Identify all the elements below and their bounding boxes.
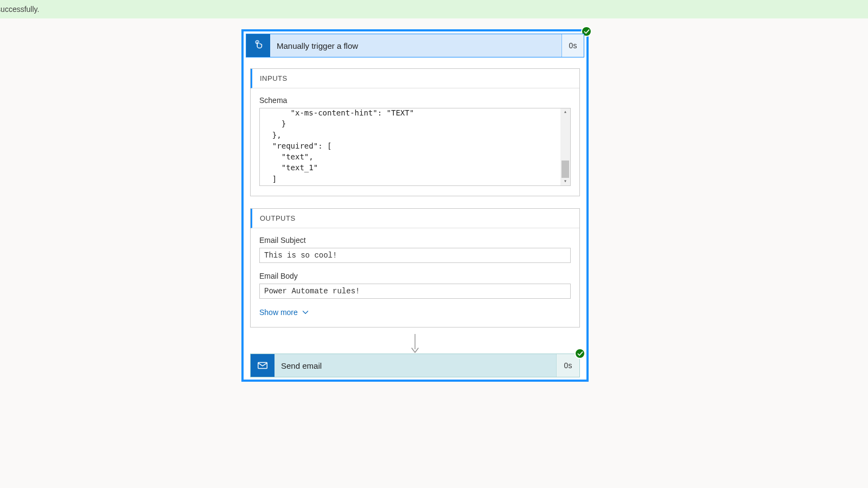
- schema-textarea[interactable]: "x-ms-content-hint": "TEXT" } }, "requir…: [259, 108, 571, 186]
- status-check-icon: [575, 348, 585, 359]
- inputs-panel: INPUTS Schema "x-ms-content-hint": "TEXT…: [250, 68, 580, 196]
- trigger-header[interactable]: Manually trigger a flow 0s: [246, 34, 584, 57]
- output-label-0: Email Subject: [259, 236, 571, 245]
- touch-icon: [246, 34, 270, 57]
- output-label-1: Email Body: [259, 272, 571, 280]
- send-email-header[interactable]: Send email 0s: [250, 354, 580, 377]
- banner-text: ran successfully.: [0, 5, 39, 14]
- scroll-down-icon[interactable]: ▾: [564, 179, 567, 184]
- scroll-thumb[interactable]: [561, 160, 569, 178]
- outputs-panel: OUTPUTS Email Subject This is so cool! E…: [250, 208, 580, 328]
- flow-connector: [246, 333, 584, 354]
- output-value-0[interactable]: This is so cool!: [259, 248, 571, 263]
- trigger-step-selected[interactable]: Manually trigger a flow 0s INPUTS Schema…: [241, 29, 589, 382]
- svg-rect-2: [258, 363, 267, 369]
- inputs-heading: INPUTS: [251, 69, 579, 88]
- scroll-up-icon[interactable]: ▴: [564, 110, 567, 115]
- trigger-title: Manually trigger a flow: [270, 34, 562, 57]
- output-value-1[interactable]: Power Automate rules!: [259, 284, 571, 299]
- show-more-label: Show more: [259, 308, 298, 317]
- outputs-heading: OUTPUTS: [251, 209, 579, 228]
- schema-label: Schema: [259, 96, 571, 105]
- show-more-button[interactable]: Show more: [259, 308, 309, 317]
- run-success-banner: ran successfully.: [0, 0, 868, 18]
- trigger-duration: 0s: [562, 34, 584, 57]
- send-email-step[interactable]: Send email 0s: [250, 354, 580, 377]
- send-email-title: Send email: [275, 354, 557, 377]
- chevron-down-icon: [302, 309, 309, 316]
- scrollbar[interactable]: ▴ ▾: [560, 108, 570, 185]
- schema-code: "x-ms-content-hint": "TEXT" } }, "requir…: [263, 108, 567, 186]
- flow-canvas: Manually trigger a flow 0s INPUTS Schema…: [241, 29, 589, 382]
- mail-icon: [251, 354, 275, 377]
